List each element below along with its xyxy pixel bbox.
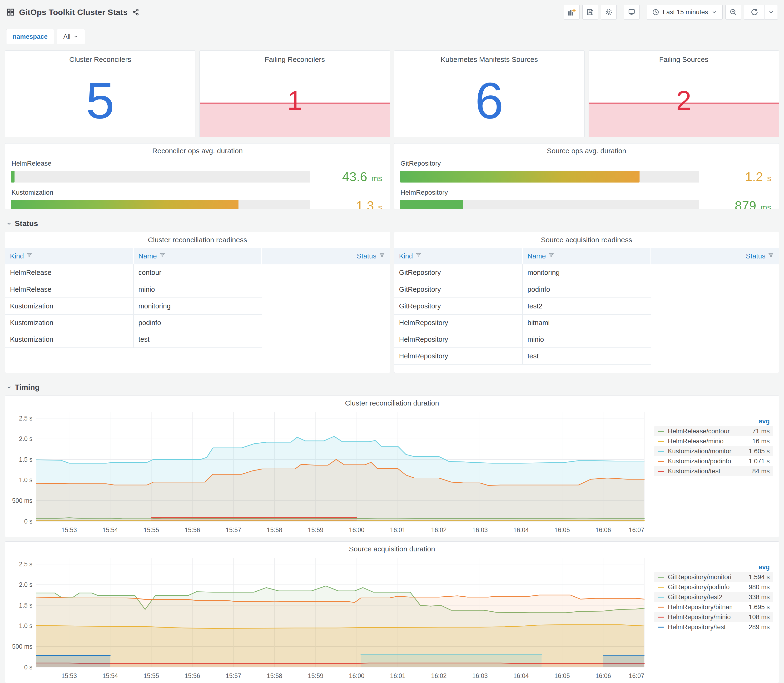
time-range-picker[interactable]: Last 15 minutes	[647, 5, 723, 19]
panel-title[interactable]: Source acquisition duration	[5, 542, 779, 553]
gauge-row: HelmRelease 43.6 ms	[11, 160, 384, 184]
filter-icon[interactable]	[26, 252, 32, 258]
svg-text:15:54: 15:54	[103, 526, 118, 533]
legend-item[interactable]: Kustomization/podinfo1.071 s	[654, 456, 773, 466]
panel-title[interactable]: Cluster reconciliation duration	[5, 396, 779, 407]
legend-avg-header[interactable]: avg	[654, 562, 773, 572]
stat-value-wrap: 1	[200, 64, 390, 137]
table-row: KustomizationtestNot Ready	[5, 331, 390, 348]
tv-mode-button[interactable]	[624, 5, 640, 19]
table-cell: HelmRepository	[394, 348, 523, 364]
filter-icon[interactable]	[159, 252, 165, 258]
refresh-dashboard-button[interactable]	[744, 5, 765, 19]
series-color-swatch	[657, 431, 664, 432]
table-row: GitRepositorytest2Not Ready	[394, 298, 779, 314]
chevron-down-icon	[768, 9, 774, 15]
legend-item[interactable]: Kustomization/monitoring1.605 s	[654, 446, 773, 456]
svg-text:0 s: 0 s	[24, 664, 32, 671]
column-header-label: Name	[527, 252, 546, 260]
chart-plot-area[interactable]: 0 s500 ms1.0 s1.5 s2.0 s2.5 s15:5315:541…	[8, 554, 647, 681]
table-cell: HelmRepository	[394, 314, 523, 331]
variable-namespace-label[interactable]: namespace	[6, 29, 54, 44]
apps-grid-icon[interactable]	[6, 8, 15, 16]
section-row-timing[interactable]: Timing	[6, 383, 778, 392]
table-cell: test	[523, 348, 651, 364]
svg-text:1.5 s: 1.5 s	[19, 456, 33, 463]
legend-rows: GitRepository/monitoring1.594 sGitReposi…	[654, 572, 773, 632]
panel-title[interactable]: Kubernetes Manifests Sources	[394, 51, 584, 64]
refresh-interval-dropdown[interactable]	[765, 5, 778, 19]
chart-plot-area[interactable]: 0 s500 ms1.0 s1.5 s2.0 s2.5 s15:5315:541…	[8, 408, 647, 535]
svg-text:15:53: 15:53	[61, 526, 77, 533]
chart-legend: avg HelmRelease/contour71 msHelmRelease/…	[647, 408, 777, 535]
series-avg-value: 338 ms	[732, 593, 770, 601]
filter-icon[interactable]	[379, 252, 385, 258]
series-color-swatch	[657, 587, 664, 588]
gauge-value-number: 879	[735, 199, 756, 209]
chevron-down-icon	[712, 9, 717, 15]
table-body: HelmReleasecontourReadyHelmReleaseminioR…	[5, 265, 390, 348]
gauge-value-number: 1.3	[356, 199, 374, 209]
refresh-button-group	[744, 5, 778, 19]
save-dashboard-button[interactable]	[582, 5, 598, 19]
legend-item[interactable]: GitRepository/monitoring1.594 s	[654, 572, 773, 582]
bar-gauge-panel: Source ops avg. duration GitRepository 1…	[394, 143, 779, 209]
gauge-value-unit: s	[765, 174, 771, 183]
column-header-name[interactable]: Name	[523, 248, 651, 265]
zoom-out-button[interactable]	[725, 5, 741, 19]
svg-text:16:01: 16:01	[390, 672, 406, 679]
panel-title[interactable]: Source ops avg. duration	[400, 144, 773, 155]
table-cell: podinfo	[523, 281, 651, 298]
table-cell: test2	[523, 298, 651, 314]
column-header-name[interactable]: Name	[133, 248, 262, 265]
column-header-status[interactable]: Status	[261, 248, 390, 265]
legend-item[interactable]: HelmRepository/bitnami1.695 s	[654, 602, 773, 612]
panel-title[interactable]: Cluster Reconcilers	[5, 51, 195, 64]
column-header-label: Kind	[399, 252, 413, 260]
legend-item[interactable]: HelmRepository/test289 ms	[654, 622, 773, 632]
dashboard-settings-button[interactable]	[601, 5, 617, 19]
legend-item[interactable]: HelmRepository/minio108 ms	[654, 612, 773, 622]
svg-text:15:57: 15:57	[226, 672, 241, 679]
gear-icon	[604, 8, 613, 16]
chart-plot[interactable]: 0 s500 ms1.0 s1.5 s2.0 s2.5 s15:5315:541…	[8, 554, 647, 681]
column-header-label: Status	[746, 252, 765, 260]
panel-title[interactable]: Reconciler ops avg. duration	[11, 144, 384, 155]
stat-value: 6	[475, 75, 503, 126]
filter-icon[interactable]	[548, 252, 554, 258]
legend-item[interactable]: GitRepository/test2338 ms	[654, 592, 773, 602]
svg-text:15:59: 15:59	[308, 672, 323, 679]
column-header-status[interactable]: Status	[651, 248, 779, 265]
column-header-kind[interactable]: Kind	[394, 248, 523, 265]
table-cell: monitoring	[133, 298, 262, 314]
filter-icon[interactable]	[768, 252, 774, 258]
table-cell: podinfo	[133, 314, 262, 331]
panel-title[interactable]: Cluster reconciliation readiness	[5, 232, 390, 244]
table-cell: HelmRelease	[5, 281, 133, 298]
chart-body: 0 s500 ms1.0 s1.5 s2.0 s2.5 s15:5315:541…	[5, 407, 779, 537]
svg-text:16:02: 16:02	[431, 526, 447, 533]
svg-text:16:03: 16:03	[472, 526, 488, 533]
add-panel-button[interactable]	[564, 5, 580, 19]
panel-title[interactable]: Failing Reconcilers	[200, 51, 390, 64]
legend-item[interactable]: HelmRelease/minio16 ms	[654, 436, 773, 446]
table-row: HelmRepositorybitnamiReady	[394, 314, 779, 331]
svg-text:15:56: 15:56	[185, 672, 200, 679]
panel-title[interactable]: Failing Sources	[589, 51, 779, 64]
variable-namespace-value-dropdown[interactable]: All	[57, 29, 85, 44]
column-header-kind[interactable]: Kind	[5, 248, 133, 265]
legend-avg-header[interactable]: avg	[654, 416, 773, 426]
filter-icon[interactable]	[415, 252, 422, 258]
svg-text:15:59: 15:59	[308, 526, 323, 533]
legend-item[interactable]: HelmRelease/contour71 ms	[654, 426, 773, 436]
section-row-status[interactable]: Status	[6, 219, 778, 228]
series-name: HelmRepository/minio	[668, 614, 732, 621]
status-cell: Ready	[651, 331, 779, 348]
chart-plot[interactable]: 0 s500 ms1.0 s1.5 s2.0 s2.5 s15:5315:541…	[8, 408, 647, 535]
series-color-swatch	[657, 577, 664, 577]
legend-item[interactable]: GitRepository/podinfo980 ms	[654, 582, 773, 592]
panel-title[interactable]: Source acquisition readiness	[394, 232, 779, 244]
share-icon[interactable]	[132, 8, 139, 16]
legend-item[interactable]: Kustomization/test84 ms	[654, 466, 773, 476]
section-title: Timing	[15, 383, 40, 392]
